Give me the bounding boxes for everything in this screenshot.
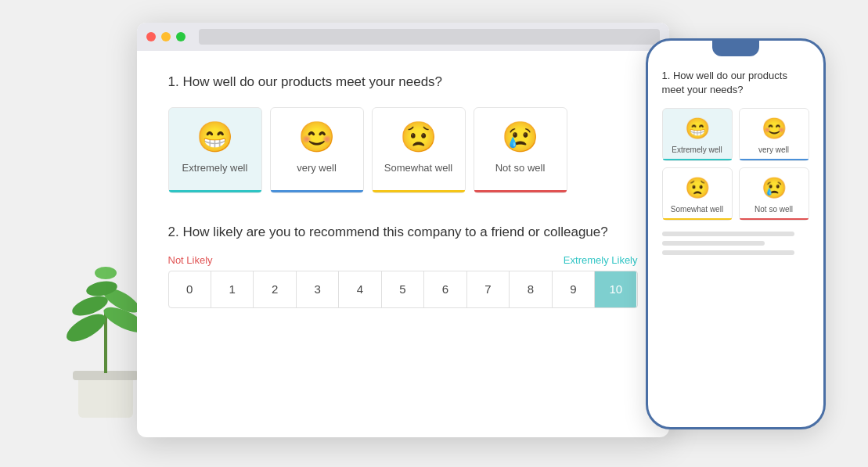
scale-5[interactable]: 5	[382, 271, 424, 307]
label-extremely-well: Extremely well	[182, 162, 248, 174]
emoji-very-well: 😊	[298, 120, 335, 154]
phone-choice-somewhat-well[interactable]: 😟 Somewhat well	[662, 167, 733, 221]
scale-9[interactable]: 9	[553, 271, 595, 307]
emoji-not-so-well: 😢	[502, 120, 538, 154]
label-not-so-well: Not so well	[495, 162, 546, 174]
scale-6[interactable]: 6	[424, 271, 466, 307]
phone-placeholder-lines	[662, 232, 809, 255]
underline-very-well	[271, 190, 363, 192]
label-somewhat-well: Somewhat well	[384, 162, 452, 174]
url-bar	[199, 29, 660, 45]
phone-frame: 1. How well do our products meet your ne…	[646, 38, 826, 429]
choice-extremely-well[interactable]: 😁 Extremely well	[168, 107, 262, 193]
phone-line-1	[662, 232, 794, 236]
scale-7[interactable]: 7	[467, 271, 510, 307]
underline-not-so-well	[474, 190, 567, 192]
choice-cards: 😁 Extremely well 😊 very well 😟 Somewhat …	[168, 107, 638, 193]
phone-question-title: 1. How well do our products meet your ne…	[662, 69, 809, 97]
phone-emoji-extremely-well: 😁	[685, 117, 710, 141]
phone-choice-extremely-well[interactable]: 😁 Extremely well	[662, 108, 733, 161]
question2-title: 2. How likely are you to recommend this …	[168, 225, 622, 240]
scale-8[interactable]: 8	[510, 271, 552, 307]
underline-extremely-well	[169, 190, 261, 192]
phone-notch	[712, 41, 759, 56]
close-dot[interactable]	[146, 32, 156, 41]
number-scale: 0 1 2 3 4 5 6 7 8 9 10	[168, 271, 638, 308]
svg-point-8	[95, 267, 117, 279]
phone-line-2	[662, 241, 765, 246]
phone-label-very-well: very well	[758, 145, 789, 154]
phone-underline-somewhat-well	[663, 218, 732, 220]
browser-content: 1. How well do our products meet your ne…	[137, 51, 669, 332]
phone-emoji-very-well: 😊	[762, 117, 787, 141]
scale-3[interactable]: 3	[297, 271, 339, 307]
scale-2[interactable]: 2	[254, 271, 296, 307]
phone-underline-very-well	[740, 159, 809, 160]
question1-title: 1. How well do our products meet your ne…	[168, 74, 638, 90]
maximize-dot[interactable]	[176, 32, 185, 41]
phone-label-somewhat-well: Somewhat well	[671, 205, 723, 214]
browser-window: 1. How well do our products meet your ne…	[137, 23, 669, 437]
browser-titlebar	[137, 23, 669, 51]
minimize-dot[interactable]	[161, 32, 171, 41]
phone-label-extremely-well: Extremely well	[672, 145, 722, 154]
choice-not-so-well[interactable]: 😢 Not so well	[474, 107, 567, 193]
likelihood-labels: Not Likely Extremely Likely	[168, 254, 638, 266]
choice-very-well[interactable]: 😊 very well	[270, 107, 364, 193]
scale-0[interactable]: 0	[169, 271, 211, 307]
phone-line-3	[662, 250, 794, 255]
phone-content: 1. How well do our products meet your ne…	[657, 63, 814, 266]
label-extremely-likely: Extremely Likely	[564, 254, 638, 266]
phone-label-not-so-well: Not so well	[755, 205, 793, 214]
emoji-extremely-well: 😁	[196, 120, 233, 154]
label-not-likely: Not Likely	[168, 254, 213, 266]
phone-emoji-not-so-well: 😢	[762, 176, 787, 200]
svg-rect-0	[78, 375, 133, 418]
phone-underline-extremely-well	[663, 159, 732, 160]
underline-somewhat-well	[373, 190, 465, 192]
scale-10[interactable]: 10	[595, 271, 636, 307]
scale-4[interactable]: 4	[339, 271, 381, 307]
phone-underline-not-so-well	[740, 218, 809, 220]
phone-choice-very-well[interactable]: 😊 very well	[739, 108, 809, 161]
emoji-somewhat-well: 😟	[400, 120, 437, 154]
scene: 1. How well do our products meet your ne…	[43, 15, 826, 453]
label-very-well: very well	[297, 162, 337, 174]
scale-1[interactable]: 1	[211, 271, 254, 307]
choice-somewhat-well[interactable]: 😟 Somewhat well	[372, 107, 466, 193]
phone-emoji-somewhat-well: 😟	[685, 176, 710, 200]
phone-choice-grid: 😁 Extremely well 😊 very well 😟 Somewhat …	[662, 108, 809, 221]
phone-choice-not-so-well[interactable]: 😢 Not so well	[739, 167, 809, 221]
